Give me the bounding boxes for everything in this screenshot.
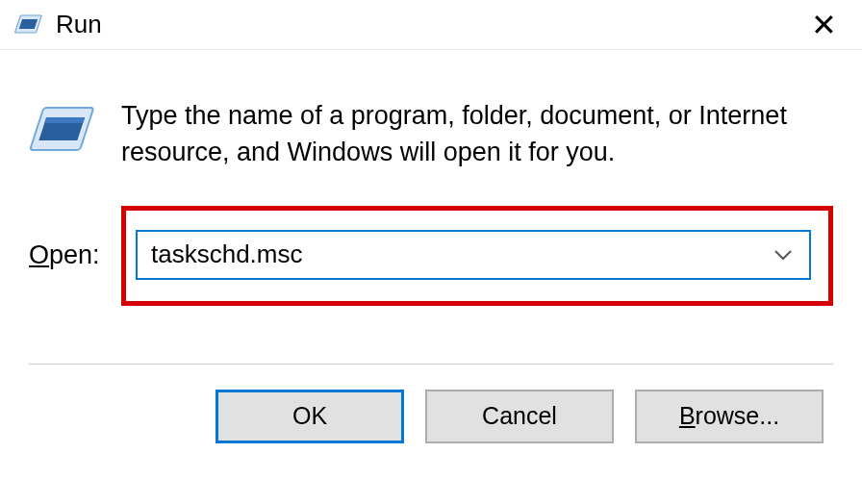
highlight-annotation	[121, 206, 833, 306]
chevron-down-icon[interactable]	[757, 243, 809, 265]
open-label: Open:	[29, 240, 104, 270]
button-row: OK Cancel Browse...	[29, 390, 833, 443]
run-large-icon	[29, 100, 94, 165]
svg-rect-4	[44, 117, 85, 123]
window-title: Run	[56, 10, 796, 39]
svg-rect-1	[19, 19, 38, 29]
description-text: Type the name of a program, folder, docu…	[121, 98, 833, 171]
cancel-button[interactable]: Cancel	[425, 390, 614, 443]
dialog-content: Type the name of a program, folder, docu…	[0, 50, 862, 443]
run-small-icon	[13, 13, 42, 37]
browse-button[interactable]: Browse...	[635, 390, 824, 443]
description-row: Type the name of a program, folder, docu…	[29, 98, 833, 171]
open-combobox[interactable]	[136, 230, 811, 280]
separator	[29, 364, 833, 365]
open-input[interactable]	[138, 232, 757, 278]
titlebar: Run ✕	[0, 0, 862, 50]
open-row: Open:	[29, 206, 833, 306]
ok-button[interactable]: OK	[216, 390, 404, 443]
close-button[interactable]: ✕	[796, 6, 852, 44]
